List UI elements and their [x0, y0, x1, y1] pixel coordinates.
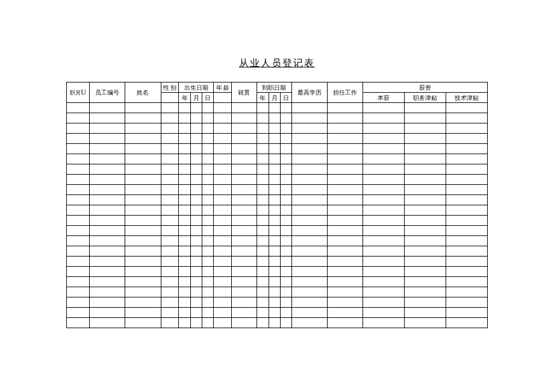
table-cell [363, 318, 405, 328]
table-cell [232, 236, 257, 246]
table-cell [269, 185, 280, 195]
table-cell [89, 267, 125, 277]
header-job-category: 职另U [67, 82, 90, 103]
table-cell [89, 103, 125, 113]
table-cell [328, 123, 363, 134]
table-cell [291, 297, 327, 308]
table-cell [446, 257, 488, 267]
table-cell [291, 246, 327, 257]
table-cell [179, 123, 191, 134]
table-cell [161, 246, 179, 257]
table-row [67, 318, 488, 328]
table-cell [125, 134, 161, 144]
table-cell [232, 144, 257, 154]
table-cell [214, 144, 232, 154]
table-row [67, 277, 488, 287]
table-cell [191, 195, 202, 205]
header-salary-tech: 技术津贴 [446, 93, 488, 103]
table-cell [191, 236, 202, 246]
table-cell [280, 134, 291, 144]
table-cell [67, 236, 90, 246]
table-cell [291, 154, 327, 164]
table-cell [405, 134, 446, 144]
table-cell [280, 123, 291, 134]
table-cell [328, 267, 363, 277]
table-cell [125, 308, 161, 318]
table-cell [291, 185, 327, 195]
table-row [67, 246, 488, 257]
table-cell [257, 195, 269, 205]
table-cell [363, 308, 405, 318]
table-row [67, 236, 488, 246]
table-cell [125, 113, 161, 123]
table-cell [405, 185, 446, 195]
table-cell [191, 134, 202, 144]
table-cell [257, 287, 269, 297]
table-cell [328, 144, 363, 154]
table-cell [179, 318, 191, 328]
table-cell [161, 277, 179, 287]
table-cell [232, 297, 257, 308]
table-cell [269, 257, 280, 267]
table-cell [291, 123, 327, 134]
table-cell [125, 297, 161, 308]
table-cell [269, 123, 280, 134]
table-cell [257, 246, 269, 257]
table-cell [363, 103, 405, 113]
table-cell [214, 164, 232, 175]
table-cell [202, 297, 214, 308]
table-cell [363, 123, 405, 134]
table-cell [232, 154, 257, 164]
table-cell [89, 154, 125, 164]
table-cell [363, 287, 405, 297]
table-cell [89, 185, 125, 195]
header-education: 最高学历 [291, 82, 327, 103]
table-cell [363, 205, 405, 216]
table-cell [328, 297, 363, 308]
table-cell [89, 123, 125, 134]
table-cell [202, 267, 214, 277]
table-cell [446, 318, 488, 328]
table-cell [328, 287, 363, 297]
header-birth-day: 日 [202, 93, 214, 103]
table-cell [202, 287, 214, 297]
table-cell [257, 185, 269, 195]
table-cell [161, 297, 179, 308]
table-cell [125, 195, 161, 205]
table-row [67, 287, 488, 297]
table-cell [214, 308, 232, 318]
table-cell [161, 308, 179, 318]
table-cell [291, 175, 327, 185]
table-cell [214, 154, 232, 164]
table-cell [191, 154, 202, 164]
table-cell [89, 144, 125, 154]
table-cell [202, 205, 214, 216]
table-cell [67, 308, 90, 318]
table-cell [67, 287, 90, 297]
table-cell [328, 216, 363, 226]
table-cell [125, 144, 161, 154]
table-cell [446, 277, 488, 287]
table-cell [179, 267, 191, 277]
table-cell [89, 246, 125, 257]
table-cell [202, 185, 214, 195]
table-cell [405, 175, 446, 185]
table-cell [202, 113, 214, 123]
table-row [67, 164, 488, 175]
table-cell [269, 297, 280, 308]
table-cell [405, 297, 446, 308]
header-gender-sub [161, 93, 179, 103]
table-cell [405, 154, 446, 164]
table-cell [328, 103, 363, 113]
table-cell [446, 308, 488, 318]
table-cell [446, 144, 488, 154]
table-cell [67, 267, 90, 277]
table-cell [125, 277, 161, 287]
table-cell [89, 113, 125, 123]
table-row [67, 226, 488, 236]
table-cell [363, 216, 405, 226]
table-cell [89, 226, 125, 236]
table-cell [125, 205, 161, 216]
table-cell [405, 267, 446, 277]
table-cell [291, 318, 327, 328]
